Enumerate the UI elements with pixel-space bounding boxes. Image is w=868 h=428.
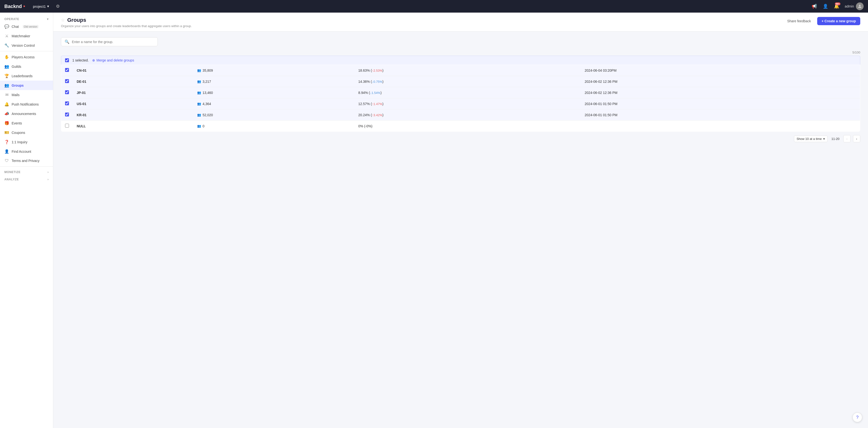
table-row: KR-01👥52,02020.24% (↑3.42%)2024-06-01 01… [61,109,860,120]
user-count: 👥3,217 [193,76,354,87]
chat-icon: 💬 [4,24,9,29]
group-name: CN-01 [73,65,193,76]
share-feedback-button[interactable]: Share feedback [784,17,814,25]
top-nav: Backnd• project1 ▾ ⚙ 📢 👤 🔔 99+ admin [0,0,868,12]
notification-bell[interactable]: 🔔 99+ [832,2,841,11]
find-account-icon: 👤 [4,149,9,154]
percentage: 20.24% (↑3.42%) [354,109,581,120]
page-header: ☆ Groups Organize your users into groups… [53,12,868,31]
monetize-section[interactable]: Monetize › [0,168,53,175]
announcements-icon: 📣 [4,111,9,116]
group-name: JP-01 [73,87,193,98]
search-input[interactable] [72,40,154,44]
row-checkbox[interactable] [65,79,69,83]
user-count: 👥13,460 [193,87,354,98]
timestamp: 2024-06-04 03:20PM [581,65,860,76]
pagination: Show 10 at a time ▾ 11-20 ‹ › [61,135,860,142]
user-icon: 👥 [197,80,201,83]
sidebar-item-groups[interactable]: 👥 Groups [0,81,53,90]
row-checkbox[interactable] [65,102,69,105]
percentage: 12.57% (↑1.47%) [354,98,581,109]
sidebar-item-announcements[interactable]: 📣 Announcements [0,109,53,118]
megaphone-icon[interactable]: 📢 [810,2,819,11]
groups-icon: 👥 [4,83,9,88]
table-row: JP-01👥13,4608.94% (↓1.54%)2024-06-02 12:… [61,87,860,98]
groups-table: CN-01👥35,80918.63% (↑2.53%)2024-06-04 03… [61,65,860,132]
sidebar-item-coupons[interactable]: 🎫 Coupons [0,128,53,137]
sidebar-item-guilds[interactable]: 👥 Guilds [0,62,53,71]
admin-area: admin [845,2,864,10]
settings-button[interactable]: ⚙ [54,2,62,11]
user-circle-icon[interactable]: 👤 [821,2,830,11]
merge-icon: ⊕ [92,58,95,62]
group-name: US-01 [73,98,193,109]
sidebar-item-find-account[interactable]: 👤 Find Account [0,147,53,156]
user-icon: 👥 [197,124,201,128]
row-checkbox[interactable] [65,90,69,94]
sidebar-item-matchmaker[interactable]: ⚔ Matchmaker [0,31,53,41]
events-icon: 🎁 [4,121,9,125]
svg-point-0 [859,5,861,6]
percentage: 0% (-0%) [354,120,581,132]
main-content: ☆ Groups Organize your users into groups… [53,12,868,428]
group-name: DE-01 [73,76,193,87]
percentage: 18.63% (↑2.53%) [354,65,581,76]
version-control-icon: 🔧 [4,43,9,48]
search-icon: 🔍 [65,39,69,44]
selected-count: 1 selected. [72,58,89,62]
terms-privacy-icon: 🛡 [4,159,9,163]
show-count-select[interactable]: Show 10 at a time ▾ [794,136,828,142]
table-counter: 5/100 [61,51,860,54]
group-name: KR-01 [73,109,193,120]
select-all-checkbox[interactable] [65,58,69,62]
selection-bar: 1 selected. ⊕ Merge and delete groups [61,56,860,65]
inquiry-icon: ❓ [4,140,9,144]
table-row: US-01👥4,36412.57% (↑1.47%)2024-06-01 01:… [61,98,860,109]
user-count: 👥35,809 [193,65,354,76]
matchmaker-icon: ⚔ [4,34,9,38]
sidebar-item-events[interactable]: 🎁 Events [0,118,53,128]
sidebar-item-push-notifications[interactable]: 🔔 Push Notifications [0,99,53,109]
row-checkbox[interactable] [65,124,69,127]
sidebar-item-version-control[interactable]: 🔧 Version Control [0,41,53,50]
timestamp [581,120,860,132]
page-title: Groups [67,17,86,23]
leaderboards-icon: 🏆 [4,74,9,78]
table-row: DE-01👥3,21714.36% (↓0.75%)2024-06-02 12:… [61,76,860,87]
prev-page-button[interactable]: ‹ [843,135,850,142]
timestamp: 2024-06-01 01:50 PM [581,109,860,120]
players-access-icon: ✋ [4,55,9,59]
merge-delete-button[interactable]: ⊕ Merge and delete groups [92,58,134,62]
percentage: 14.36% (↓0.75%) [354,76,581,87]
create-new-group-button[interactable]: + Create a new group [817,17,860,25]
user-icon: 👥 [197,113,201,117]
sidebar-item-terms-privacy[interactable]: 🛡 Terms and Privacy [0,156,53,165]
user-icon: 👥 [197,91,201,94]
table-row: NULL👥00% (-0%) [61,120,860,132]
sidebar-item-mails[interactable]: ✉ Mails [0,90,53,99]
row-checkbox[interactable] [65,113,69,116]
page-range: 11-20 [832,137,839,141]
next-page-button[interactable]: › [853,135,860,142]
sidebar-item-chat[interactable]: 💬 Chat Old version [0,22,53,31]
user-icon: 👥 [197,68,201,72]
sidebar-item-inquiry[interactable]: ❓ 1:1 Inquiry [0,137,53,147]
guilds-icon: 👥 [4,64,9,69]
favorite-star[interactable]: ☆ [61,18,65,23]
project-selector[interactable]: project1 ▾ [31,3,51,9]
help-button[interactable]: ? [852,412,862,422]
header-actions: Share feedback + Create a new group [784,17,860,25]
user-icon: 👥 [197,102,201,106]
row-checkbox[interactable] [65,68,69,72]
sidebar-item-players-access[interactable]: ✋ Players Access [0,52,53,62]
operate-section[interactable]: Operate ▾ [0,15,53,22]
timestamp: 2024-06-02 12:36 PM [581,76,860,87]
table-row: CN-01👥35,80918.63% (↑2.53%)2024-06-04 03… [61,65,860,76]
chat-badge: Old version [23,25,39,28]
sidebar-item-leaderboards[interactable]: 🏆 Leaderboards [0,71,53,81]
notification-badge: 99+ [835,2,840,5]
avatar[interactable] [856,2,864,10]
percentage: 8.94% (↓1.54%) [354,87,581,98]
sidebar: Operate ▾ 💬 Chat Old version ⚔ Matchmake… [0,12,53,428]
analyze-section[interactable]: Analyze › [0,175,53,182]
